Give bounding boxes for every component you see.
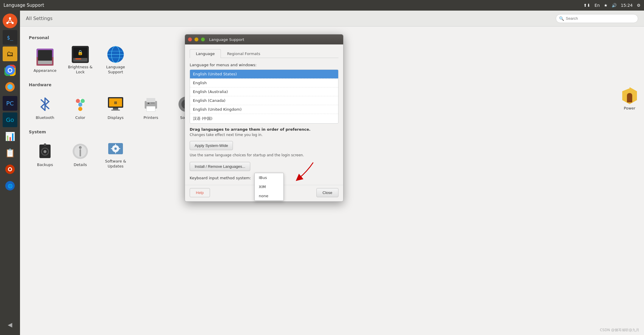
- dock-collapse[interactable]: ◀: [3, 317, 17, 332]
- install-remove-button[interactable]: Install / Remove Languages...: [190, 162, 250, 171]
- lang-list-label: Language for menus and windows:: [190, 63, 338, 67]
- dock-files[interactable]: 🗂: [3, 47, 17, 61]
- ubuntu-logo[interactable]: [3, 14, 17, 28]
- svg-text:🌐: 🌐: [8, 184, 13, 189]
- system-menu-icon[interactable]: ⚙: [637, 3, 640, 8]
- dock-pycharm[interactable]: PC: [3, 96, 17, 111]
- dock-goland[interactable]: Go: [3, 112, 17, 127]
- dock-network[interactable]: 🌐: [3, 178, 17, 193]
- dialog-maximize-btn[interactable]: [201, 37, 205, 42]
- lang-item-en-au[interactable]: English (Australia): [190, 87, 338, 96]
- dialog-close-btn[interactable]: [188, 37, 192, 42]
- dialog-overlay: Language Support Language Regional Forma…: [20, 11, 644, 335]
- dock-chrome[interactable]: [3, 63, 17, 78]
- lang-item-en-us[interactable]: English (United States): [190, 70, 338, 79]
- main-area: All Settings 🔍 Personal Appearan: [20, 11, 644, 335]
- lang-item-en-gb[interactable]: English (United Kingdom): [190, 105, 338, 114]
- dropdown-ibus[interactable]: IBus: [255, 173, 283, 182]
- volume-icon[interactable]: 🔊: [612, 3, 617, 8]
- time-display: 15:24: [621, 3, 633, 8]
- tab-regional-formats[interactable]: Regional Formats: [221, 49, 266, 58]
- dock-sheets[interactable]: 📊: [3, 129, 17, 144]
- drag-note-sub: Changes take effect next time you log in…: [190, 133, 338, 137]
- lang-item-en-ca[interactable]: English (Canada): [190, 96, 338, 105]
- topbar-title: Language Support: [4, 3, 44, 8]
- dock-terminal[interactable]: $_: [3, 30, 17, 45]
- dialog-title: Language Support: [209, 37, 244, 42]
- dropdown-xim[interactable]: XIM: [255, 182, 283, 191]
- svg-point-8: [7, 84, 13, 89]
- svg-point-6: [9, 69, 11, 72]
- apply-system-wide-button[interactable]: Apply System-Wide: [190, 141, 233, 150]
- input-icon[interactable]: ⬆⬇: [583, 3, 590, 8]
- lang-item-zh-cn[interactable]: 汉语 (中国): [190, 114, 338, 123]
- lang-list: English (United States) English English …: [190, 69, 338, 124]
- dialog-minimize-btn[interactable]: [194, 37, 198, 42]
- keyboard-row: Keyboard input method system: IBus: [190, 176, 338, 180]
- dialog-tabs: Language Regional Formats: [190, 49, 338, 58]
- bluetooth-topbar-icon[interactable]: ★: [604, 3, 608, 8]
- tab-language[interactable]: Language: [190, 49, 221, 58]
- keyboard-label: Keyboard input method system:: [190, 176, 251, 180]
- dropdown-none[interactable]: none: [255, 191, 283, 200]
- dialog-titlebar: Language Support: [185, 34, 343, 44]
- keyboard-layout-icon[interactable]: En: [595, 3, 600, 8]
- close-button[interactable]: Close: [316, 188, 338, 197]
- drag-note: Drag languages to arrange them in order …: [190, 127, 338, 132]
- svg-point-11: [9, 168, 11, 170]
- lang-item-en[interactable]: English: [190, 79, 338, 87]
- apply-note: Use the same language choices for startu…: [190, 153, 338, 157]
- dock-settings[interactable]: [3, 162, 17, 177]
- dock-firefox[interactable]: [3, 79, 17, 94]
- dialog-body: Language Regional Formats Language for m…: [185, 44, 343, 185]
- topbar-right: ⬆⬇ En ★ 🔊 15:24 ⚙: [583, 3, 640, 8]
- help-button[interactable]: Help: [190, 188, 210, 197]
- dock: $_ 🗂 PC Go 📊 📋: [0, 11, 20, 335]
- topbar: Language Support ⬆⬇ En ★ 🔊 15:24 ⚙: [0, 0, 644, 11]
- language-support-dialog: Language Support Language Regional Forma…: [185, 34, 343, 202]
- keyboard-method-dropdown[interactable]: IBus XIM none: [254, 173, 284, 201]
- dock-slides[interactable]: 📋: [3, 145, 17, 160]
